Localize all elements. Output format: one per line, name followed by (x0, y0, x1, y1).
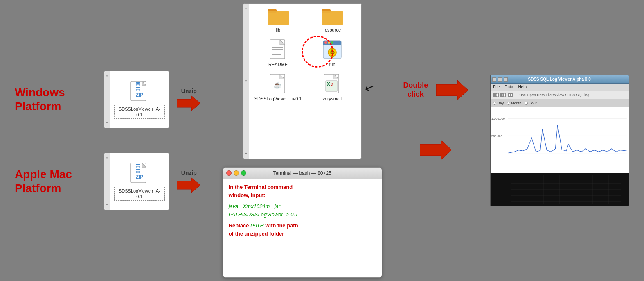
terminal-path: PATH/SDSSLogViewer_a-0.1 (229, 211, 298, 218)
fb-verysmall-label: verysmall (322, 96, 341, 101)
mac-zip-label: SDSSLogViewe r_A-0.1 (114, 187, 165, 201)
fb-lib-label: lib (276, 27, 280, 32)
svg-rect-23 (322, 11, 343, 25)
unzip-label-2: Unzip (181, 170, 197, 176)
run-dashed-circle (302, 36, 333, 68)
terminal-intro: In the Terminal command window, input: (229, 183, 376, 199)
terminal-min-btn[interactable] (234, 170, 239, 176)
svg-marker-8 (177, 96, 200, 111)
app-close-btn[interactable] (504, 77, 508, 82)
scrollbar-left[interactable]: « » (104, 71, 110, 128)
app-menubar: File Data Help (491, 84, 629, 91)
app-minimize-btn[interactable] (492, 77, 496, 82)
svg-text:x: x (327, 80, 330, 87)
svg-text:500,000: 500,000 (491, 134, 502, 138)
svg-rect-4 (136, 84, 140, 86)
right-arrow-2 (420, 138, 453, 161)
main-container: Windows Platform « » (0, 0, 644, 281)
folder-resource-icon (322, 8, 343, 26)
app-chart-area: 1,500,000 500,000 (491, 107, 629, 173)
fb-run-label: run (329, 62, 336, 67)
fb-item-resource[interactable]: resource (307, 8, 357, 32)
toolbar-nav (493, 92, 518, 98)
terminal-max-btn[interactable] (241, 170, 246, 176)
app-title-text: SDSS SQL Log Viewer Alpha 0.0 (528, 77, 591, 82)
fb-scroll-up2[interactable]: » (245, 152, 247, 155)
app-chart-svg: 1,500,000 500,000 (491, 107, 629, 173)
mac-scroll-down-icon[interactable]: » (106, 203, 108, 206)
app-titlebar: SDSS SQL Log Viewer Alpha 0.0 (491, 75, 629, 84)
svg-rect-13 (136, 166, 140, 168)
terminal-window: Terminal — bash — 80×25 In the Terminal … (223, 167, 382, 278)
menu-data[interactable]: Data (504, 85, 513, 89)
terminal-arrow-row (420, 138, 453, 161)
cursor-pointer: ↖ (363, 80, 376, 96)
mac-scroll-up-icon[interactable]: « (106, 156, 108, 160)
fb-item-lib[interactable]: lib (253, 8, 303, 32)
fb-readme-label: README (268, 62, 288, 67)
app-controls: Day Month Hour (491, 99, 629, 107)
terminal-replace1: Replace (229, 222, 250, 229)
svg-rect-15 (136, 171, 140, 173)
middle-column: « « » lib (223, 3, 382, 278)
radio-month[interactable] (507, 102, 510, 105)
svg-rect-12 (136, 164, 140, 165)
app-restore-btn[interactable] (498, 77, 502, 82)
right-arrow-1 (436, 79, 469, 102)
mac-platform-row: Apple MacPlatform « » ZIP (15, 153, 201, 210)
fb-item-readme[interactable]: README (253, 39, 303, 67)
sdss-file-icon: ☕ (269, 73, 287, 95)
terminal-close-btn[interactable] (226, 170, 232, 176)
unzip-arrow-icon-2 (177, 177, 201, 193)
left-column: Windows Platform « » (15, 71, 201, 210)
svg-marker-51 (420, 140, 452, 160)
fb-scroll-up[interactable]: « (245, 7, 247, 11)
fb-item-run[interactable]: run (307, 39, 357, 67)
fb-item-sdss[interactable]: ☕ SDSSLogViewe r_a-0.1 (253, 73, 303, 101)
terminal-title: Terminal — bash — 80×25 (273, 170, 331, 176)
svg-rect-6 (136, 89, 140, 91)
control-hour[interactable]: Hour (525, 101, 537, 105)
fb-item-verysmall[interactable]: x a verysmall (307, 73, 357, 101)
scroll-down-icon[interactable]: » (106, 121, 108, 125)
svg-text:ZIP: ZIP (136, 174, 144, 180)
svg-text:1,500,000: 1,500,000 (491, 117, 505, 120)
mac-scrollbar-left[interactable]: « » (104, 153, 110, 210)
menu-file[interactable]: File (493, 85, 500, 89)
unzip-arrow-mac: Unzip (177, 170, 201, 193)
app-win-controls (492, 77, 508, 82)
fb-resource-label: resource (323, 27, 341, 32)
windows-zip-label: SDSSLogViewe r_A-0.1 (114, 105, 165, 119)
app-toolbar: Use Open Data File to view SDSS SQL log (491, 91, 629, 99)
file-browser: « « » lib (243, 3, 362, 159)
app-chart-bottom-svg (491, 173, 629, 206)
svg-rect-60 (491, 112, 629, 168)
zip-file-icon: ZIP (130, 80, 149, 103)
menu-help[interactable]: Help (518, 85, 527, 89)
right-section: Doubleclick (403, 8, 469, 273)
svg-rect-5 (136, 87, 140, 88)
file-browser-container: « « » lib (243, 3, 362, 159)
windows-platform-row: Windows Platform « » (15, 71, 201, 128)
unzip-arrow-windows: Unzip (177, 88, 201, 111)
radio-hour[interactable] (525, 102, 528, 105)
terminal-command-block: java −Xmx1024m −jar PATH/SDSSLogViewer_a… (229, 202, 376, 218)
readme-icon (269, 39, 287, 60)
control-day[interactable]: Day (493, 101, 504, 105)
fb-scroll-down[interactable]: « (245, 79, 247, 83)
control-month[interactable]: Month (507, 101, 521, 105)
windows-platform-label: Windows Platform (15, 86, 97, 113)
folder-lib-icon (268, 8, 289, 26)
radio-day[interactable] (493, 102, 496, 105)
verysmall-icon: x a (323, 73, 341, 95)
mac-zip-icon-area: ZIP SDSSLogViewe r_A-0.1 (114, 162, 165, 201)
terminal-cmd: java −Xmx1024m −jar (229, 203, 280, 209)
scroll-up-icon[interactable]: « (106, 75, 108, 78)
fb-scrollbar[interactable]: « « » (243, 4, 249, 159)
terminal-replace2: with the path (264, 222, 298, 229)
terminal-buttons (226, 170, 246, 176)
mac-platform-label: Apple MacPlatform (15, 168, 97, 195)
fb-content: lib resource (249, 4, 361, 159)
double-click-label: Doubleclick (403, 81, 428, 99)
svg-rect-3 (136, 82, 140, 84)
